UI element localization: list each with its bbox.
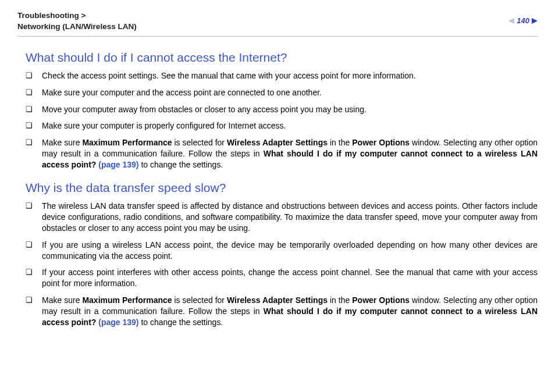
- text: in the: [328, 138, 352, 147]
- breadcrumb-line2: Networking (LAN/Wireless LAN): [17, 22, 137, 33]
- text: to change the settings.: [139, 318, 223, 327]
- breadcrumb: Troubleshooting > Networking (LAN/Wirele…: [17, 10, 137, 33]
- bold-text: Maximum Performance: [82, 295, 172, 305]
- text: in the: [328, 295, 352, 305]
- page-link[interactable]: (page 139): [98, 160, 138, 169]
- page-header: Troubleshooting > Networking (LAN/Wirele…: [17, 10, 538, 37]
- checklist-1: Check the access point settings. See the…: [26, 70, 538, 170]
- bold-text: Wireless Adapter Settings: [227, 295, 328, 305]
- list-item: Make sure Maximum Performance is selecte…: [26, 137, 538, 170]
- text: to change the settings.: [139, 160, 223, 169]
- page-number: 140: [517, 16, 529, 25]
- text: is selected for: [172, 295, 227, 305]
- list-item: If your access point interferes with oth…: [26, 267, 538, 289]
- bold-text: Maximum Performance: [82, 138, 172, 147]
- next-page-icon[interactable]: [532, 18, 538, 24]
- text: Make sure: [42, 295, 82, 305]
- list-item: The wireless LAN data transfer speed is …: [26, 201, 538, 234]
- list-item: Move your computer away from obstacles o…: [26, 104, 538, 115]
- bold-text: Power Options: [352, 295, 410, 305]
- section-heading-1: What should I do if I cannot access the …: [26, 51, 538, 65]
- section-heading-2: Why is the data transfer speed slow?: [26, 181, 538, 195]
- list-item: Make sure your computer is properly conf…: [26, 120, 538, 131]
- breadcrumb-line1: Troubleshooting >: [17, 10, 137, 22]
- page-link[interactable]: (page 139): [98, 318, 138, 327]
- list-item: Make sure Maximum Performance is selecte…: [26, 295, 538, 328]
- list-item: If you are using a wireless LAN access p…: [26, 240, 538, 262]
- page-number-nav: 140: [508, 16, 538, 25]
- checklist-2: The wireless LAN data transfer speed is …: [26, 201, 538, 328]
- bold-text: Power Options: [352, 138, 410, 147]
- bold-text: Wireless Adapter Settings: [227, 138, 328, 147]
- list-item: Make sure your computer and the access p…: [26, 87, 538, 98]
- prev-page-icon[interactable]: [508, 18, 514, 24]
- page-content: What should I do if I cannot access the …: [17, 51, 538, 328]
- text: Make sure: [42, 138, 82, 147]
- list-item: Check the access point settings. See the…: [26, 70, 538, 81]
- text: is selected for: [172, 138, 227, 147]
